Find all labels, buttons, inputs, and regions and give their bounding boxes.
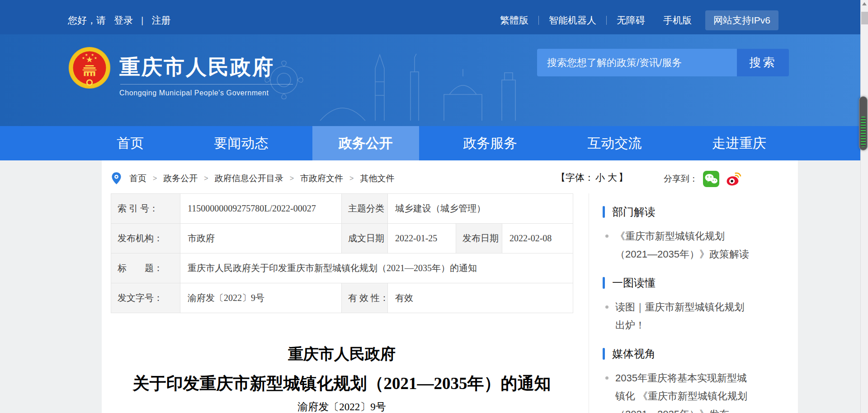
- share-bar: 分享到：: [664, 170, 741, 188]
- publish-date-label: 发布日期：: [456, 224, 502, 253]
- theme-value: 城乡建设（城乡管理）: [388, 194, 573, 224]
- heading-accent-bar: [603, 277, 605, 289]
- crumb-info-catalog[interactable]: 政府信息公开目录: [215, 173, 283, 184]
- font-label-suffix: 】: [618, 172, 628, 183]
- divider: [538, 16, 539, 25]
- written-date-value: 2022-01-25: [388, 224, 456, 253]
- publish-date-value: 2022-02-08: [502, 224, 573, 253]
- sidebar-item-media-article[interactable]: 2035年重庆将基本实现新型城镇化 《重庆市新型城镇化规划（2021—2035年…: [604, 369, 751, 413]
- divider: [606, 16, 607, 25]
- doc-number-label: 发文字号：: [111, 283, 180, 313]
- site-title-block: 重庆市人民政府 Chongqing Municipal People's Gov…: [119, 55, 293, 97]
- validity-label: 有 效 性：: [342, 283, 388, 313]
- ipv6-badge[interactable]: 网站支持IPv6: [705, 10, 778, 30]
- sidebar-item-infographic[interactable]: 读图｜重庆市新型城镇化规划出炉！: [604, 298, 751, 334]
- document-number: 渝府发〔2022〕9号: [111, 402, 573, 412]
- document-org-line: 重庆市人民政府: [111, 345, 573, 364]
- recording-indicator-stripes: [861, 117, 866, 147]
- font-small-button[interactable]: 小: [595, 172, 605, 183]
- sidebar-item-policy-interpretation[interactable]: 《重庆市新型城镇化规划（2021—2035年）》政策解读: [604, 227, 751, 263]
- recording-indicator: [859, 96, 868, 150]
- table-row: 索 引 号： 11500000009275780L/2022-00027 主题分…: [111, 194, 573, 224]
- sidebar-heading-dept-interpretation: 部门解读: [603, 204, 798, 219]
- table-row: 发文字号： 渝府发〔2022〕9号 有 效 性： 有效: [111, 283, 573, 313]
- related-sidebar: 部门解读 《重庆市新型城镇化规划（2021—2035年）》政策解读 一图读懂 读…: [589, 193, 798, 413]
- site-search: 搜索: [537, 49, 789, 76]
- nav-item-home[interactable]: 首页: [90, 126, 170, 160]
- breadcrumb-row: 首页 > 政务公开 > 政府信息公开目录 > 市政府文件 > 其他文件 【字体：…: [102, 160, 798, 193]
- search-input[interactable]: [537, 49, 737, 76]
- location-pin-icon: [112, 172, 121, 184]
- svg-text:★: ★: [85, 53, 88, 57]
- scrollbar-up-button[interactable]: [861, 2, 868, 10]
- font-size-control: 【字体：小大】: [556, 171, 628, 184]
- main-nav: 首页 要闻动态 政务公开 政务服务 互动交流 走进重庆: [0, 126, 860, 160]
- crumb-separator: >: [290, 174, 294, 183]
- validity-value: 有效: [388, 283, 573, 313]
- doc-meta-table: 索 引 号： 11500000009275780L/2022-00027 主题分…: [111, 193, 573, 313]
- scroll-up-arrow-icon: [862, 2, 867, 5]
- crumb-city-gov-docs[interactable]: 市政府文件: [300, 173, 343, 184]
- heading-accent-bar: [603, 348, 605, 360]
- document-column: 索 引 号： 11500000009275780L/2022-00027 主题分…: [111, 193, 573, 412]
- ai-robot-link[interactable]: 智能机器人: [549, 14, 596, 27]
- title-value: 重庆市人民政府关于印发重庆市新型城镇化规划（2021—2035年）的通知: [180, 253, 573, 283]
- topbar-left: 您好，请 登录 | 注册: [68, 14, 170, 27]
- table-row: 发布机构： 市政府 成文日期： 2022-01-25 发布日期： 2022-02…: [111, 224, 573, 253]
- nav-item-news[interactable]: 要闻动态: [188, 126, 294, 160]
- crumb-separator: >: [349, 174, 354, 183]
- crumb-separator: >: [153, 174, 157, 183]
- sidebar-heading-infographic: 一图读懂: [603, 275, 798, 290]
- index-number-value: 11500000009275780L/2022-00027: [180, 194, 342, 224]
- content-row: 索 引 号： 11500000009275780L/2022-00027 主题分…: [102, 193, 798, 413]
- doc-number-value: 渝府发〔2022〕9号: [180, 283, 342, 313]
- site: 您好，请 登录 | 注册 繁體版 智能机器人 无障碍 手机版 网站支持IPv6: [0, 0, 860, 413]
- register-link[interactable]: 注册: [151, 14, 170, 27]
- traditional-chinese-link[interactable]: 繁體版: [500, 14, 528, 27]
- agency-value: 市政府: [180, 224, 342, 253]
- content-card: 首页 > 政务公开 > 政府信息公开目录 > 市政府文件 > 其他文件 【字体：…: [102, 160, 798, 413]
- scrollbar-thumb[interactable]: [861, 12, 868, 24]
- breadcrumb: 首页 > 政务公开 > 政府信息公开目录 > 市政府文件 > 其他文件: [112, 172, 394, 184]
- national-emblem-logo[interactable]: ★ ★ ★ ★ ★: [68, 46, 111, 89]
- agency-label: 发布机构：: [111, 224, 180, 253]
- login-link[interactable]: 登录: [114, 14, 133, 27]
- site-title: 重庆市人民政府: [119, 55, 293, 79]
- index-number-label: 索 引 号：: [111, 194, 180, 224]
- document-heading: 重庆市人民政府 关于印发重庆市新型城镇化规划（2021—2035年）的通知 渝府…: [111, 345, 573, 412]
- title-divider: [120, 84, 293, 84]
- nav-item-about-chongqing[interactable]: 走进重庆: [686, 126, 793, 160]
- svg-text:★: ★: [94, 56, 97, 60]
- site-header: ★ ★ ★ ★ ★ 重庆市人民政府: [0, 34, 860, 126]
- share-label: 分享到：: [664, 173, 698, 185]
- font-large-button[interactable]: 大: [608, 172, 617, 183]
- nav-item-gov-services[interactable]: 政务服务: [437, 126, 543, 160]
- nav-item-gov-disclosure[interactable]: 政务公开: [312, 126, 419, 160]
- search-button[interactable]: 搜索: [737, 49, 789, 76]
- weibo-share-icon[interactable]: [724, 170, 741, 188]
- accessibility-link[interactable]: 无障碍: [617, 14, 645, 27]
- topbar-right: 繁體版 智能机器人 无障碍 手机版 网站支持IPv6: [500, 10, 778, 30]
- nav-item-interaction[interactable]: 互动交流: [561, 126, 668, 160]
- browser-viewport: 您好，请 登录 | 注册 繁體版 智能机器人 无障碍 手机版 网站支持IPv6: [0, 0, 868, 413]
- mobile-version-link[interactable]: 手机版: [663, 14, 692, 27]
- title-label: 标 题：: [111, 253, 180, 283]
- wechat-share-icon[interactable]: [703, 170, 720, 188]
- topbar-pipe-divider: |: [141, 15, 143, 26]
- table-row: 标 题： 重庆市人民政府关于印发重庆市新型城镇化规划（2021—2035年）的通…: [111, 253, 573, 283]
- written-date-label: 成文日期：: [342, 224, 388, 253]
- font-label-prefix: 【字体：: [556, 172, 594, 183]
- scrollbar[interactable]: [860, 0, 868, 413]
- crumb-home[interactable]: 首页: [129, 173, 146, 184]
- site-title-english: Chongqing Municipal People's Government: [119, 89, 293, 97]
- theme-label: 主题分类：: [342, 194, 388, 224]
- document-title: 关于印发重庆市新型城镇化规划（2021—2035年）的通知: [111, 374, 573, 394]
- crumb-gov-disclosure[interactable]: 政务公开: [163, 173, 198, 184]
- heading-accent-bar: [603, 206, 605, 218]
- crumb-separator: >: [204, 174, 208, 183]
- sidebar-heading-media-view: 媒体视角: [603, 346, 798, 361]
- greeting-text: 您好，请: [68, 14, 106, 27]
- topbar: 您好，请 登录 | 注册 繁體版 智能机器人 无障碍 手机版 网站支持IPv6: [0, 0, 860, 34]
- crumb-other-docs[interactable]: 其他文件: [360, 173, 394, 184]
